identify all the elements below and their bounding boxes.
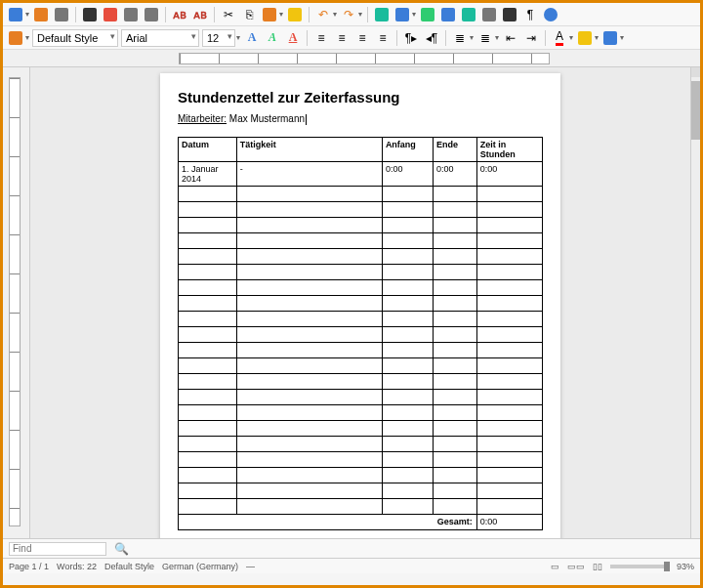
cell-ende[interactable] <box>434 295 477 311</box>
redo-dropdown[interactable]: ▾ <box>358 10 362 19</box>
italic-icon[interactable]: A <box>264 29 281 47</box>
cell-ende[interactable] <box>434 342 477 357</box>
page[interactable]: Stundenzettel zur Zeiterfassung Mitarbei… <box>160 73 560 538</box>
cell-ende[interactable] <box>434 389 477 404</box>
cell-taetigkeit[interactable] <box>236 373 382 389</box>
print-icon[interactable] <box>122 6 140 23</box>
table-row[interactable] <box>179 467 543 483</box>
font-size-dropdown[interactable]: ▾ <box>236 33 240 42</box>
table-row[interactable] <box>179 451 543 467</box>
status-words[interactable]: Words: 22 <box>57 562 97 571</box>
cell-datum[interactable] <box>179 264 237 279</box>
cell-anfang[interactable] <box>382 248 433 264</box>
table-row[interactable] <box>179 420 543 436</box>
numbered-dropdown[interactable]: ▾ <box>470 33 474 42</box>
styles-icon[interactable] <box>7 29 24 47</box>
cell-datum[interactable] <box>179 311 237 326</box>
cell-anfang[interactable] <box>382 483 433 498</box>
highlight-dropdown[interactable]: ▾ <box>595 33 599 42</box>
cell-anfang[interactable] <box>382 373 433 389</box>
table-row[interactable] <box>179 279 543 295</box>
scroll-up-icon[interactable] <box>691 67 700 77</box>
cell-datum[interactable] <box>179 373 237 389</box>
employee-line[interactable]: Mitarbeiter: Max Mustermann <box>178 113 543 125</box>
bg-color-dropdown[interactable]: ▾ <box>620 33 624 42</box>
cell-zeit[interactable] <box>476 201 542 217</box>
spellcheck-icon[interactable]: ᴀʙ <box>171 6 188 23</box>
print-preview-icon[interactable] <box>143 6 160 23</box>
cell-datum[interactable] <box>179 326 237 342</box>
cell-taetigkeit[interactable]: - <box>236 161 382 186</box>
table-row[interactable] <box>179 326 543 342</box>
cell-anfang[interactable] <box>382 264 433 279</box>
cell-anfang[interactable] <box>382 420 433 436</box>
cell-anfang[interactable] <box>382 389 433 404</box>
table-row[interactable] <box>179 264 543 279</box>
autospell-icon[interactable]: ᴀʙ <box>191 6 209 23</box>
cell-zeit[interactable] <box>476 311 542 326</box>
styles-dropdown[interactable]: ▾ <box>25 33 29 42</box>
cell-taetigkeit[interactable] <box>236 295 382 311</box>
cell-ende[interactable] <box>434 498 477 514</box>
cell-ende[interactable] <box>434 404 477 420</box>
table-row[interactable] <box>179 436 543 451</box>
hyperlink-icon[interactable] <box>373 6 391 23</box>
cell-datum[interactable] <box>179 342 237 357</box>
redo-icon[interactable]: ↷ <box>340 6 357 23</box>
cell-anfang[interactable] <box>382 201 433 217</box>
increase-indent-icon[interactable]: ⇥ <box>522 29 540 47</box>
cell-datum[interactable] <box>179 498 237 514</box>
underline-icon[interactable]: A <box>284 29 302 47</box>
cell-datum[interactable] <box>179 467 237 483</box>
cell-datum[interactable] <box>179 389 237 404</box>
datasource-icon[interactable] <box>501 6 518 23</box>
cell-anfang[interactable] <box>382 357 433 373</box>
th-ende[interactable]: Ende <box>434 137 477 161</box>
cell-datum[interactable] <box>179 357 237 373</box>
undo-dropdown[interactable]: ▾ <box>333 10 337 19</box>
align-justify-icon[interactable]: ≡ <box>374 29 392 47</box>
paste-icon[interactable] <box>261 6 278 23</box>
help-icon[interactable] <box>542 6 559 23</box>
document-canvas[interactable]: Stundenzettel zur Zeiterfassung Mitarbei… <box>30 67 690 538</box>
cell-ende[interactable] <box>434 451 477 467</box>
cell-ende[interactable] <box>434 420 477 436</box>
undo-icon[interactable]: ↶ <box>314 6 332 23</box>
zoom-slider[interactable] <box>610 565 669 568</box>
cell-taetigkeit[interactable] <box>236 498 382 514</box>
cell-taetigkeit[interactable] <box>236 311 382 326</box>
cell-ende[interactable] <box>434 279 477 295</box>
cell-datum[interactable] <box>179 232 237 248</box>
view-multi-icon[interactable]: ▭▭ <box>567 562 585 571</box>
cell-zeit[interactable] <box>476 436 542 451</box>
cell-taetigkeit[interactable] <box>236 451 382 467</box>
table-row[interactable] <box>179 295 543 311</box>
table-row[interactable]: 1. Januar 2014-0:000:000:00 <box>179 161 543 186</box>
cell-zeit[interactable] <box>476 483 542 498</box>
cell-ende[interactable] <box>434 483 477 498</box>
new-doc-icon[interactable] <box>7 6 24 23</box>
ltr-icon[interactable]: ¶▸ <box>402 29 420 47</box>
cell-datum[interactable] <box>179 217 237 232</box>
format-paint-icon[interactable] <box>286 6 304 23</box>
export-pdf-icon[interactable] <box>102 6 119 23</box>
font-color-dropdown[interactable]: ▾ <box>569 33 573 42</box>
zoom-percent[interactable]: 93% <box>677 562 694 571</box>
cell-zeit[interactable] <box>476 186 542 201</box>
vertical-scrollbar[interactable] <box>690 67 700 538</box>
numbered-list-icon[interactable]: ≣ <box>451 29 469 47</box>
cell-taetigkeit[interactable] <box>236 389 382 404</box>
cell-taetigkeit[interactable] <box>236 264 382 279</box>
vertical-ruler[interactable] <box>9 77 21 526</box>
cell-zeit[interactable] <box>476 279 542 295</box>
cell-ende[interactable] <box>434 186 477 201</box>
paste-dropdown[interactable]: ▾ <box>279 10 283 19</box>
cell-anfang[interactable] <box>382 404 433 420</box>
save-icon[interactable] <box>53 6 70 23</box>
timesheet-table[interactable]: Datum Tätigkeit Anfang Ende Zeit in Stun… <box>178 137 543 530</box>
paragraph-style-select[interactable]: Default Style <box>32 29 118 47</box>
cell-zeit[interactable] <box>476 467 542 483</box>
cell-zeit[interactable] <box>476 217 542 232</box>
cell-zeit[interactable] <box>476 357 542 373</box>
cell-datum[interactable] <box>179 451 237 467</box>
